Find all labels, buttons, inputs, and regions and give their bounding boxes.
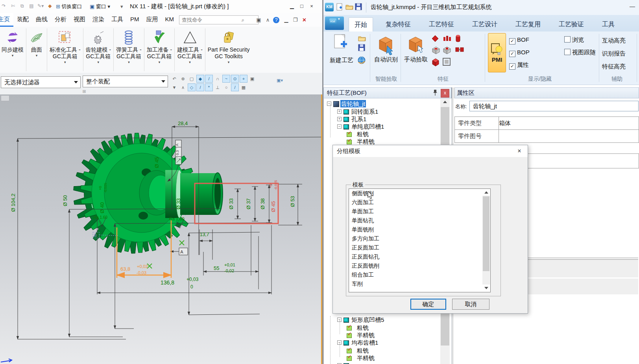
template-item-8[interactable]: 正反面钻孔	[349, 252, 490, 261]
snap-icon-8[interactable]: ⊙	[231, 75, 239, 83]
checkbox-attr[interactable]: ✓属性	[509, 61, 529, 68]
template-item-5[interactable]: 单面铣削	[349, 225, 490, 234]
toolbar-button-check[interactable]: 加工准备 - GC工具箱▾	[145, 27, 174, 73]
view-corner-widget[interactable]	[1, 95, 9, 101]
rib-feature-icon[interactable]	[442, 35, 452, 44]
template-item-6[interactable]: 多方向加工	[349, 234, 490, 243]
scroll-up-icon[interactable]	[440, 98, 450, 105]
km-app-menu-button[interactable]: KM ▾	[325, 17, 344, 30]
dim-53[interactable]: Ø 53	[290, 196, 295, 207]
template-item-7[interactable]: 正反面加工	[349, 243, 490, 252]
snap-icon-19[interactable]: ▦	[240, 83, 247, 91]
nx-menu-tab-6[interactable]: 渲染	[89, 13, 108, 26]
dialog-close-icon[interactable]: ×	[514, 146, 524, 156]
new-file-icon[interactable]	[336, 3, 343, 13]
tree-item-均布齿槽1[interactable]: −均布齿槽1	[324, 339, 452, 346]
checkbox-bop[interactable]: ✓BOP	[509, 49, 530, 56]
panel-close-icon[interactable]: x	[441, 89, 449, 98]
snap-icon-16[interactable]: ⊥	[214, 83, 222, 91]
snap-icon-13[interactable]: ◇	[188, 83, 196, 91]
open-file-icon[interactable]	[345, 3, 353, 12]
km-tab-6[interactable]: 工艺验证	[553, 17, 589, 32]
snap-icon-3[interactable]: ▢	[188, 75, 196, 83]
tree-expand-icon[interactable]: −	[337, 124, 342, 129]
tree-expand-icon[interactable]: −	[327, 102, 331, 106]
part-type-value[interactable]: 箱体	[496, 117, 639, 129]
pocket-feature-icon[interactable]	[431, 57, 440, 68]
move-component-icon[interactable]: ⊞	[80, 87, 88, 95]
snap-icon-15[interactable]: *	[205, 83, 213, 91]
km-tab-7[interactable]: 工具	[597, 17, 620, 32]
toolbar-button-sync[interactable]: 同步建模▾	[0, 27, 25, 73]
publish-icon[interactable]	[357, 56, 366, 66]
nx-maximize-button[interactable]: □	[297, 2, 306, 10]
minimize-icon[interactable]: ▁	[283, 17, 290, 24]
dim-13-7[interactable]: 13,7	[200, 232, 209, 237]
undo-icon[interactable]: ↷	[0, 3, 7, 9]
cylinder-feature-icon[interactable]	[455, 34, 461, 45]
dim-63-8-selected[interactable]: 63,8	[120, 266, 130, 272]
template-item-4[interactable]: 单面钻孔	[349, 216, 490, 225]
scroll-down-icon[interactable]	[482, 285, 490, 291]
nx-close-button[interactable]: ×	[307, 2, 316, 10]
slot-feature-icon[interactable]	[455, 46, 464, 55]
dim-104-2[interactable]: Ø 104,2	[10, 194, 16, 212]
toolbar-button-triangle[interactable]: 建模工具 - GC工具箱▾	[175, 27, 204, 73]
nx-menu-tab-3[interactable]: 曲线	[32, 13, 51, 26]
tree-expand-icon[interactable]: +	[337, 109, 342, 114]
nx-menu-tab-7[interactable]: 工具	[108, 13, 127, 26]
nx-menu-tab-2[interactable]: 装配	[13, 13, 32, 26]
tree-item-回转面系1[interactable]: +回转面系1	[324, 108, 452, 115]
pen-icon[interactable]: ✎▾	[37, 3, 44, 9]
dim-55[interactable]: 55	[214, 265, 219, 271]
dim-33[interactable]: Ø 33	[228, 198, 234, 209]
km-minimize-button[interactable]: —	[630, 3, 635, 9]
snap-icon-5[interactable]: /	[205, 75, 213, 83]
snap-icon-17[interactable]: ○	[222, 83, 230, 91]
snap-icon-14[interactable]: /	[196, 83, 204, 91]
template-item-10[interactable]: 组合加工	[349, 270, 490, 279]
manual-pick-button[interactable]: 手动拾取	[402, 34, 430, 63]
help-icon[interactable]: ?	[273, 17, 279, 23]
view-style-icon[interactable]: ▣▾	[276, 76, 284, 84]
face-feature-icon[interactable]	[442, 57, 451, 68]
paste-icon[interactable]: ▤	[28, 3, 35, 9]
new-process-button[interactable]: 新建工艺	[327, 34, 356, 64]
switch-window-button[interactable]: ⊞ 切换窗口	[54, 2, 85, 11]
restore-icon[interactable]: ❐	[292, 17, 299, 24]
ok-button[interactable]: 确定	[410, 299, 446, 310]
nx-menu-tab-4[interactable]: 分析	[51, 13, 70, 26]
toolbar-button-surface[interactable]: 曲面▾	[27, 27, 46, 73]
tree-item-粗铣[interactable]: 粗铣	[324, 130, 452, 138]
template-list[interactable]: 侧面铣削六面加工单面加工单面钻孔单面铣削多方向加工正反面加工正反面钻孔正反面铣削…	[349, 188, 491, 292]
dim-136-8[interactable]: 136,8	[161, 279, 174, 286]
nx-menu-tab-5[interactable]: 视图	[70, 13, 89, 26]
cut-icon[interactable]: ✄	[9, 3, 16, 9]
surface-finish-ra[interactable]: Ra 1.60	[94, 215, 107, 220]
checkbox-view-follow[interactable]: 视图跟随	[564, 49, 596, 56]
selection-filter-combo[interactable]: 无选择过滤器	[1, 76, 81, 88]
snap-icon-11[interactable]: ▼	[170, 83, 178, 91]
cancel-button[interactable]: 取消	[452, 299, 489, 310]
selection-scope-combo[interactable]: 整个装配	[83, 76, 168, 87]
toolbar-overflow-button[interactable]: ▾	[118, 2, 126, 11]
snap-icon-1[interactable]: ↶	[170, 75, 178, 83]
km-tab-4[interactable]: 工艺设计	[467, 17, 503, 32]
collapse-ribbon-icon[interactable]: ∧	[264, 17, 271, 24]
snap-icon-18[interactable]: /	[231, 83, 239, 91]
recognition-report-button[interactable]: 识别报告	[602, 50, 626, 57]
nx-menu-tab-8[interactable]: PM	[127, 13, 143, 25]
auto-recognize-button[interactable]: 自动识别	[372, 34, 400, 63]
template-item-3[interactable]: 单面加工	[349, 207, 490, 216]
pmi-toggle-button[interactable]: PMI	[488, 33, 506, 72]
format-brush-icon[interactable]: ◆	[46, 3, 53, 9]
tree-item-孔系1[interactable]: +孔系1	[324, 115, 452, 123]
tree-item-单纯底凹槽1[interactable]: −单纯底凹槽1	[324, 123, 452, 130]
dim-45-selected[interactable]: Ø 45	[270, 201, 276, 212]
dim-50[interactable]: Ø 50	[62, 195, 68, 206]
toolbar-button-spring[interactable]: 弹簧工具 - GC工具箱▾	[115, 27, 143, 73]
window-button[interactable]: ▣ 窗口 ▾	[87, 2, 113, 11]
checkbox-browse[interactable]: 浏览	[564, 36, 584, 43]
km-tab-1[interactable]: 开始	[349, 17, 373, 33]
dim-40[interactable]: Ø 40	[99, 202, 105, 213]
